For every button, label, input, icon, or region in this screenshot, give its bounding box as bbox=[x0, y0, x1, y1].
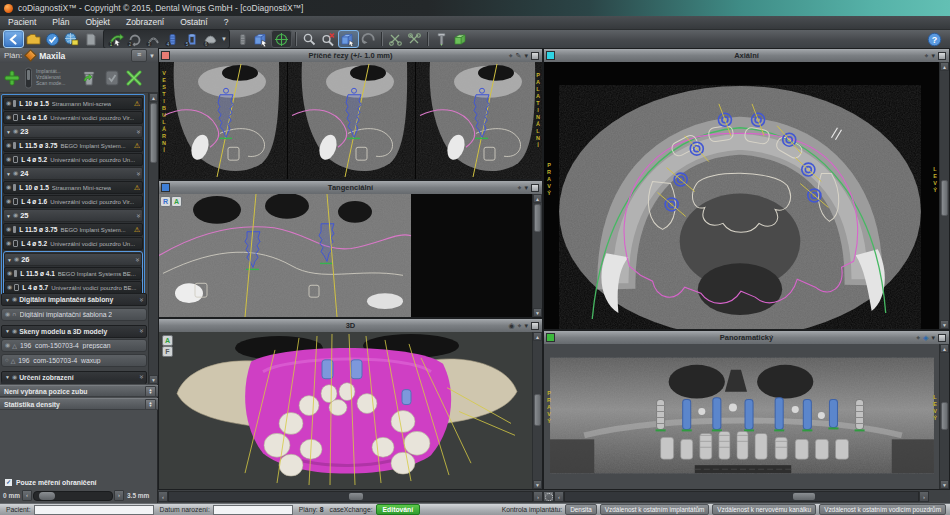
maximize-icon[interactable] bbox=[531, 322, 539, 330]
sync-button[interactable] bbox=[43, 31, 62, 47]
workflow-step1-button[interactable]: 1 bbox=[106, 31, 125, 47]
maximize-icon[interactable] bbox=[938, 334, 946, 342]
tooth-position-dropdown[interactable]: Není vybrána pozice zubu ▲▼ bbox=[0, 385, 158, 397]
scroll-up-icon[interactable]: ▲ bbox=[533, 194, 542, 203]
expand-chevron-icon[interactable]: » bbox=[134, 214, 142, 218]
collapse-icon[interactable]: ▼ bbox=[7, 257, 12, 263]
scroll-up-icon[interactable]: ▲ bbox=[533, 332, 542, 341]
tangential-panel[interactable]: Tangenciální ⌖▾ bbox=[158, 180, 543, 318]
rotate-view-button[interactable] bbox=[338, 30, 359, 48]
panel-header[interactable]: 3D ◉⌖▾ bbox=[159, 319, 542, 333]
implant-row[interactable]: ◉L 11.5 ø 4.1BEGO Implant Systems BE... bbox=[4, 267, 142, 280]
select-3d-button[interactable] bbox=[252, 31, 271, 47]
validate-button[interactable] bbox=[102, 68, 122, 88]
scrollbar-thumb[interactable] bbox=[793, 493, 815, 500]
collapse-icon[interactable]: ▼ bbox=[6, 129, 11, 135]
cross-sections-view[interactable]: VESTIBULÁRNÍ PALATINÁLNÍ bbox=[159, 62, 542, 179]
dropdown-icon[interactable]: ▾ bbox=[524, 184, 528, 192]
panoramic-view[interactable]: PRAVÝ LEVÝ ▲ ▼ bbox=[544, 344, 949, 489]
sleeve-row[interactable]: ◉L 4 ø 5.2Univerzální vodicí pouzdro Un.… bbox=[3, 153, 143, 166]
scroll-down-icon[interactable]: ▼ bbox=[533, 480, 542, 489]
scrollbar-thumb[interactable] bbox=[150, 103, 157, 163]
tooth-group-row[interactable]: ▼◉24» bbox=[3, 167, 143, 180]
scroll-down-icon[interactable]: ▼ bbox=[940, 480, 949, 489]
visibility-icon[interactable]: ◉ bbox=[6, 98, 11, 109]
sleeve-row[interactable]: ◉L 4 ø 1.6Univerzální vodicí pouzdro Vir… bbox=[3, 195, 143, 208]
scroll-up-icon[interactable]: ▲ bbox=[940, 344, 949, 353]
visibility-icon[interactable]: ◉ bbox=[6, 140, 11, 151]
workflow-dropdown-caret[interactable]: ▼ bbox=[221, 36, 227, 42]
report-button[interactable] bbox=[81, 31, 100, 47]
scroll-down-icon[interactable]: ▼ bbox=[149, 375, 158, 384]
visibility-icon[interactable]: ◉ bbox=[13, 168, 18, 179]
threed-view[interactable]: A F ▲ ▼ bbox=[159, 332, 542, 489]
dropdown-icon[interactable]: ▾ bbox=[524, 322, 528, 330]
online-button[interactable] bbox=[62, 31, 81, 47]
plan-dropdown-caret[interactable]: ▼ bbox=[149, 53, 155, 59]
menu-pacient[interactable]: Pacient bbox=[0, 16, 44, 29]
back-button[interactable] bbox=[3, 30, 24, 48]
slider-thumb[interactable] bbox=[39, 492, 55, 500]
panel-header[interactable]: Tangenciální ⌖▾ bbox=[159, 181, 542, 195]
tooth-group-row[interactable]: ▼◉25» bbox=[3, 209, 143, 222]
add-implant-disabled-button[interactable] bbox=[233, 31, 252, 47]
panoramic-curve-button[interactable] bbox=[271, 30, 292, 48]
pin-icon[interactable]: ⌖ bbox=[916, 334, 920, 342]
section-templates[interactable]: ▼◉Digitální implantační šablony» bbox=[1, 293, 147, 306]
distance-implants-button[interactable]: Vzdálenost k ostatním implantátům bbox=[600, 504, 709, 515]
workflow-step6-button[interactable]: 6 bbox=[201, 31, 220, 47]
scrollbar-thumb[interactable] bbox=[349, 493, 363, 500]
expand-chevron-icon[interactable]: » bbox=[137, 329, 145, 333]
visibility-icon[interactable]: ◉ bbox=[7, 268, 12, 279]
scrollbar-thumb[interactable] bbox=[534, 394, 541, 426]
axial-scrollbar[interactable]: ▲ ▼ bbox=[939, 62, 949, 329]
scroll-up-icon[interactable]: ▲ bbox=[940, 62, 949, 71]
expand-chevron-icon[interactable]: » bbox=[133, 258, 141, 262]
checkbox-checked[interactable]: ✓ bbox=[4, 478, 13, 487]
axial-view[interactable]: PRAVÝ LEVÝ ▲ ▼ bbox=[544, 62, 949, 329]
drill-template-button[interactable] bbox=[432, 31, 451, 47]
visibility-icon[interactable]: ◉ bbox=[6, 182, 11, 193]
section-scans[interactable]: ▼◉Skeny modelu a 3D modely» bbox=[1, 325, 147, 338]
scroll-left-icon[interactable]: ‹ bbox=[554, 491, 564, 502]
collapse-icon[interactable]: ▼ bbox=[6, 213, 11, 219]
gear-icon[interactable] bbox=[543, 491, 554, 502]
collapse-icon[interactable]: ▼ bbox=[6, 171, 11, 177]
undo-button[interactable] bbox=[359, 31, 378, 47]
implant-row[interactable]: ◉L 11.5 ø 3.75BEGO Implant System...⚠ bbox=[3, 139, 143, 152]
workflow-step2-button[interactable]: 2 bbox=[125, 31, 144, 47]
eye-icon[interactable]: ◉ bbox=[508, 322, 514, 330]
visibility-icon[interactable]: ◉ bbox=[6, 238, 11, 249]
help-button[interactable]: ? bbox=[925, 31, 944, 47]
menu-objekt[interactable]: Objekt bbox=[77, 16, 118, 29]
panel-header[interactable]: Panoramatický ⌖◈▾ bbox=[544, 331, 949, 345]
implant-row[interactable]: ◉L 10 ø 1.5Straumann Mini-screw⚠ bbox=[3, 97, 143, 110]
stepper-icon[interactable]: ▲▼ bbox=[145, 399, 156, 410]
visibility-icon[interactable]: ◉ bbox=[6, 196, 11, 207]
scrollbar-thumb[interactable] bbox=[941, 402, 948, 430]
right-h-scrollbar[interactable] bbox=[564, 491, 919, 502]
menu-ostatni[interactable]: Ostatní bbox=[172, 16, 215, 29]
slider-right-arrow[interactable]: › bbox=[114, 490, 124, 501]
dropdown-icon[interactable]: ▾ bbox=[931, 52, 935, 60]
scroll-left-icon[interactable]: ‹ bbox=[158, 491, 168, 502]
model-export-button[interactable] bbox=[451, 31, 470, 47]
fit-views-button[interactable] bbox=[125, 69, 143, 87]
visibility-icon[interactable]: ◉ bbox=[6, 154, 11, 165]
visibility-icon[interactable]: ◉ bbox=[6, 112, 11, 123]
workflow-step5-button[interactable]: 5 bbox=[182, 31, 201, 47]
sleeve-row[interactable]: ◉L 4 ø 5.2Univerzální vodicí pouzdro Un.… bbox=[3, 237, 143, 250]
patient-input[interactable] bbox=[34, 505, 154, 515]
sleeve-row[interactable]: ◉L 4 ø 1.6Univerzální vodicí pouzdro Vir… bbox=[3, 111, 143, 124]
layers-icon[interactable]: ◈ bbox=[923, 334, 928, 342]
edit-icon[interactable]: ✎ bbox=[516, 52, 522, 60]
template-item[interactable]: ◉∩Digitální implantační šablona 2 bbox=[1, 308, 147, 321]
scroll-right-icon[interactable]: › bbox=[919, 491, 929, 502]
tooth-group-row-selected[interactable]: ▼◉26» bbox=[4, 253, 142, 266]
axial-panel[interactable]: Axiální ⌖▾ bbox=[543, 48, 950, 330]
scroll-right-icon[interactable]: › bbox=[533, 491, 543, 502]
radio-on-icon[interactable]: ◉ bbox=[5, 340, 10, 351]
visibility-icon[interactable]: ◉ bbox=[13, 210, 18, 221]
plan-list-button[interactable]: ≡ bbox=[131, 49, 147, 62]
implant-row[interactable]: ◉L 11.5 ø 3.75BEGO Implant System...⚠ bbox=[3, 223, 143, 236]
